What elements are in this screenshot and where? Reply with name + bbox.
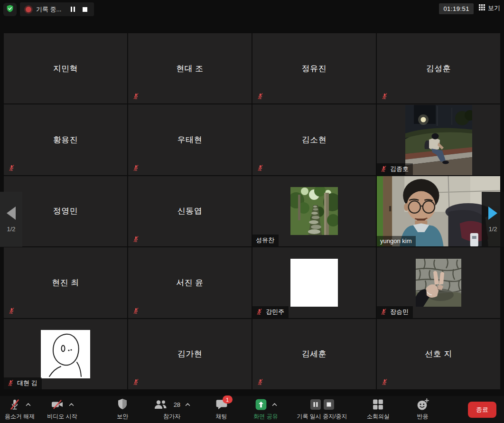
security-shield-icon xyxy=(6,4,14,15)
toolbar-button-label: 참가자 xyxy=(163,413,180,421)
chat-unread-badge: 1 xyxy=(223,395,233,404)
recording-indicator: 기록 중... xyxy=(20,2,94,16)
participant-tile[interactable]: 대현 김 xyxy=(4,319,127,389)
zoom-meeting-window: 기록 중... 01:19:51 보기 지민혁현대 조정유진김성훈황용진우태현김… xyxy=(0,0,504,423)
toolbar-button-label: 소회의실 xyxy=(367,413,390,421)
video-off-icon xyxy=(51,398,64,411)
participant-name: 김종호 xyxy=(390,165,409,173)
participant-tile[interactable]: 선호 지 xyxy=(377,319,500,389)
participant-name: 성유찬 xyxy=(256,236,274,244)
stop-recording-icon[interactable] xyxy=(83,7,87,12)
participant-tile[interactable]: 김성훈 xyxy=(377,33,500,103)
muted-mic-icon xyxy=(257,378,264,385)
participant-name: 김세훈 xyxy=(252,319,376,389)
participant-name: 정유진 xyxy=(252,33,376,103)
muted-mic-icon xyxy=(132,378,140,385)
participant-name-tag: 김종호 xyxy=(377,163,413,175)
participant-name: yungon kim xyxy=(380,237,411,244)
meeting-toolbar: 음소거 해제비디오 시작 보안28참가자1채팅화면 공유기록 일시 중지/중지소… xyxy=(0,396,504,423)
muted-mic-icon xyxy=(8,164,15,171)
muted-mic-icon xyxy=(8,307,15,314)
participant-name: 현대 조 xyxy=(128,33,252,103)
participant-name-tag: 강민주 xyxy=(252,306,289,318)
toolbar-button-label: 채팅 xyxy=(216,413,227,421)
muted-mic-icon xyxy=(256,308,263,315)
chevron-up-icon[interactable] xyxy=(26,403,31,406)
toolbar-button-breakout[interactable]: 소회의실 xyxy=(365,398,392,421)
participant-tile[interactable]: 정영민 xyxy=(4,176,127,246)
chevron-up-icon[interactable] xyxy=(185,403,190,406)
view-button[interactable]: 보기 xyxy=(479,4,500,12)
participant-name: 현진 최 xyxy=(4,247,127,318)
end-meeting-button[interactable]: 종료 xyxy=(468,402,496,418)
muted-mic-icon xyxy=(381,93,388,100)
toolbar-button-participants[interactable]: 28참가자 xyxy=(154,398,190,421)
participant-tile[interactable]: 우태현 xyxy=(128,104,252,175)
toolbar-button-security[interactable]: 보안 xyxy=(109,398,136,421)
muted-mic-icon xyxy=(132,235,140,243)
participant-name: 대현 김 xyxy=(17,379,37,387)
toolbar-middle-group: 보안28참가자1채팅화면 공유기록 일시 중지/중지소회의실반응 xyxy=(77,398,468,421)
share-screen-icon xyxy=(255,398,267,411)
participant-tile[interactable]: 김가현 xyxy=(128,319,252,389)
participant-grid: 지민혁현대 조정유진김성훈황용진우태현김소현김종호정영민신동엽성유찬yungon… xyxy=(4,33,500,389)
participant-tile[interactable]: 정유진 xyxy=(252,33,376,103)
participant-tile[interactable]: 김소현 xyxy=(252,104,376,175)
toolbar-button-unmute[interactable]: 음소거 해제 xyxy=(5,398,35,421)
participant-count: 28 xyxy=(174,401,180,408)
toolbar-button-chat[interactable]: 1채팅 xyxy=(208,398,235,421)
record-controls-icon xyxy=(310,398,335,411)
participant-name: 김소현 xyxy=(252,104,376,175)
toolbar-button-label: 음소거 해제 xyxy=(5,413,35,421)
participant-name-tag: 장승민 xyxy=(377,306,413,318)
toolbar-button-share[interactable]: 화면 공유 xyxy=(252,398,279,421)
chevron-up-icon[interactable] xyxy=(69,403,74,406)
recording-dot-icon xyxy=(26,7,31,12)
participant-name: 김성훈 xyxy=(377,33,500,103)
muted-mic-icon xyxy=(380,308,387,315)
participant-name: 황용진 xyxy=(4,104,127,175)
participant-tile[interactable]: 현대 조 xyxy=(128,33,252,103)
muted-mic-icon xyxy=(257,164,264,171)
toolbar-button-reactions[interactable]: 반응 xyxy=(409,398,436,421)
toolbar-button-start-video[interactable]: 비디오 시작 xyxy=(47,398,77,421)
participant-tile[interactable]: 지민혁 xyxy=(4,33,127,103)
participant-tile[interactable]: 황용진 xyxy=(4,104,127,175)
participant-name: 정영민 xyxy=(4,176,127,246)
mic-off-icon xyxy=(9,398,21,411)
participant-tile[interactable]: 김세훈 xyxy=(252,319,376,389)
participant-tile[interactable]: 현진 최 xyxy=(4,247,127,318)
participant-tile[interactable]: 김종호 xyxy=(377,104,500,175)
toolbar-button-label: 보안 xyxy=(117,413,128,421)
muted-mic-icon xyxy=(132,164,140,171)
people-icon xyxy=(154,398,168,411)
chevron-right-icon xyxy=(488,207,497,220)
toolbar-button-label: 비디오 시작 xyxy=(47,413,77,421)
participant-tile[interactable]: 성유찬 xyxy=(252,176,376,246)
pause-recording-icon[interactable] xyxy=(71,7,75,12)
meeting-timer: 01:19:51 xyxy=(439,3,474,14)
participant-tile[interactable]: 강민주 xyxy=(252,247,376,318)
participant-name-tag: 성유찬 xyxy=(252,235,279,246)
participant-name: 장승민 xyxy=(390,308,409,316)
participant-tile[interactable]: 서진 윤 xyxy=(128,247,252,318)
view-button-label: 보기 xyxy=(488,4,500,12)
toolbar-button-label: 화면 공유 xyxy=(253,413,278,421)
participant-tile[interactable]: 신동엽 xyxy=(128,176,252,246)
gallery-grid-icon xyxy=(479,4,485,12)
muted-mic-icon xyxy=(380,165,387,172)
prev-page-button[interactable]: 1/2 xyxy=(0,192,22,247)
chevron-up-icon[interactable] xyxy=(272,403,277,406)
smiley-plus-icon xyxy=(416,398,429,411)
muted-mic-icon xyxy=(381,378,388,385)
muted-mic-icon xyxy=(132,93,140,100)
chevron-left-icon xyxy=(7,207,16,220)
toolbar-button-record[interactable]: 기록 일시 중지/중지 xyxy=(297,398,347,421)
toolbar-button-label: 반응 xyxy=(417,413,428,421)
participant-name: 지민혁 xyxy=(4,33,127,103)
participant-name-tag: yungon kim xyxy=(377,236,416,246)
muted-mic-icon xyxy=(132,307,140,314)
meeting-info-shield-button[interactable] xyxy=(3,3,17,16)
participant-tile[interactable]: 장승민 xyxy=(377,247,500,318)
next-page-button[interactable]: 1/2 xyxy=(482,192,504,247)
